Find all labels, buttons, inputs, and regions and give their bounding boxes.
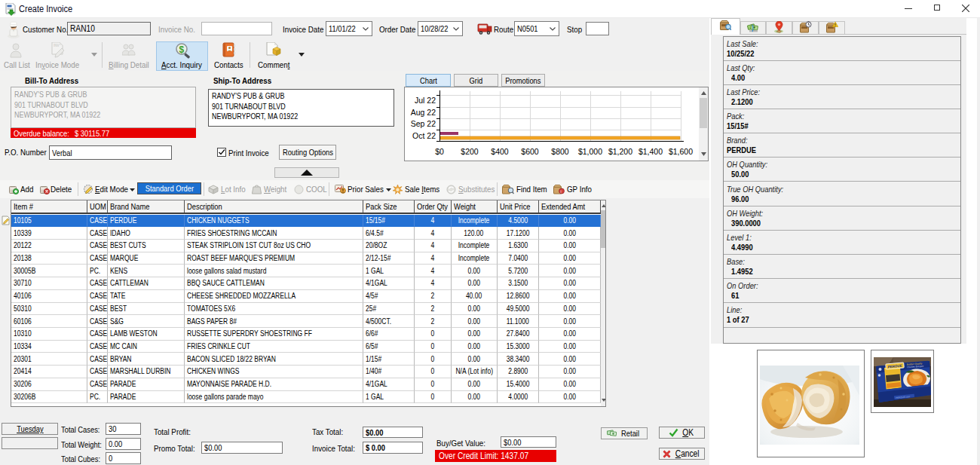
- svg-text:$400: $400: [491, 147, 509, 156]
- svg-text:$1,600: $1,600: [669, 147, 693, 156]
- svg-text:$600: $600: [521, 147, 539, 156]
- svg-text:$: $: [179, 44, 185, 55]
- svg-text:Aug 22: Aug 22: [411, 108, 436, 117]
- svg-text:INV: INV: [54, 44, 60, 47]
- svg-text:$0: $0: [435, 147, 444, 156]
- svg-text:$1,200: $1,200: [608, 147, 632, 156]
- svg-text:$1,000: $1,000: [578, 147, 602, 156]
- svg-text:Jul 22: Jul 22: [415, 96, 436, 105]
- svg-text:i: i: [561, 189, 562, 194]
- svg-text:$800: $800: [551, 147, 569, 156]
- svg-text:Sep 22: Sep 22: [411, 119, 436, 128]
- svg-text:$200: $200: [461, 147, 479, 156]
- svg-text:$1,400: $1,400: [639, 147, 663, 156]
- svg-text:Oct 22: Oct 22: [412, 131, 436, 140]
